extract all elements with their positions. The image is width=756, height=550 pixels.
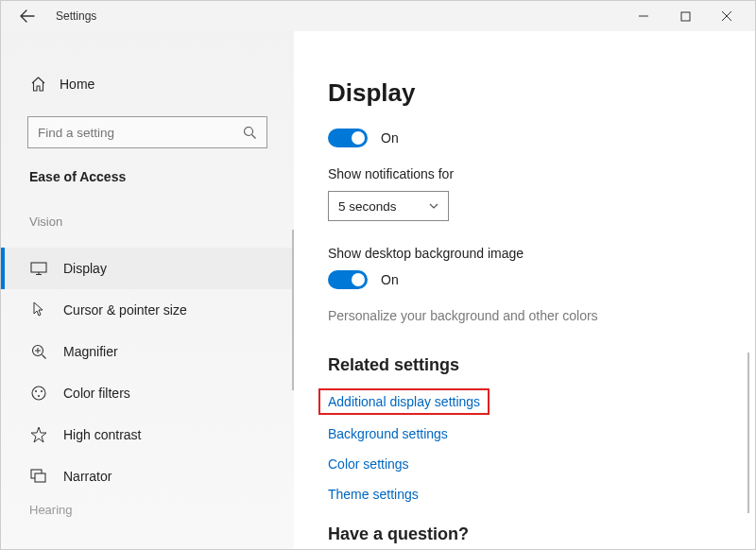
svg-point-11: [32, 387, 45, 400]
color-filters-icon: [29, 385, 48, 402]
sidebar-item-high-contrast[interactable]: High contrast: [1, 414, 294, 455]
notifications-dropdown[interactable]: 5 seconds: [328, 191, 449, 221]
sidebar-item-cursor[interactable]: Cursor & pointer size: [1, 289, 294, 331]
search-field[interactable]: [38, 126, 227, 140]
svg-point-2: [245, 127, 253, 135]
desktop-bg-toggle[interactable]: [328, 270, 368, 289]
sidebar-item-narrator[interactable]: Narrator: [1, 455, 294, 497]
cursor-icon: [29, 301, 48, 318]
svg-rect-1: [681, 12, 690, 21]
content: Display On Show notifications for 5 seco…: [294, 31, 755, 549]
sidebar-item-display[interactable]: Display: [1, 248, 294, 289]
sidebar-item-label: Magnifier: [63, 344, 118, 359]
have-question: Have a question?: [328, 524, 717, 544]
home-label: Home: [60, 77, 94, 92]
link-background[interactable]: Background settings: [328, 426, 448, 441]
highlight-box: Additional display settings: [318, 388, 490, 415]
desktop-bg-toggle-label: On: [381, 272, 399, 287]
display-toggle[interactable]: [328, 129, 368, 147]
group-hearing: Hearing: [1, 503, 294, 517]
sidebar-item-label: Display: [63, 261, 107, 276]
display-toggle-label: On: [381, 130, 399, 146]
search-input[interactable]: [27, 116, 267, 148]
category-title: Ease of Access: [1, 169, 294, 184]
titlebar: Settings: [1, 1, 755, 31]
svg-point-12: [35, 390, 37, 392]
home-icon: [29, 77, 46, 92]
maximize-button[interactable]: [664, 2, 706, 30]
notifications-label: Show notifications for: [328, 166, 717, 181]
search-icon: [243, 126, 257, 140]
link-theme[interactable]: Theme settings: [328, 487, 419, 502]
sidebar: Home Ease of Access Vision Display Curso…: [1, 31, 294, 549]
home-link[interactable]: Home: [1, 73, 294, 95]
related-title: Related settings: [328, 355, 717, 375]
window-title: Settings: [56, 9, 96, 23]
chevron-down-icon: [429, 203, 438, 209]
close-button[interactable]: [706, 2, 747, 30]
sidebar-item-label: Narrator: [63, 469, 112, 484]
svg-rect-4: [31, 263, 46, 272]
content-scrollbar[interactable]: [747, 352, 749, 513]
sidebar-item-label: Color filters: [63, 386, 130, 401]
page-title: Display: [328, 78, 717, 108]
narrator-icon: [29, 469, 48, 484]
high-contrast-icon: [29, 426, 48, 443]
svg-line-10: [42, 354, 45, 358]
sidebar-item-magnifier[interactable]: Magnifier: [1, 331, 294, 372]
display-icon: [29, 262, 48, 275]
svg-rect-16: [35, 473, 45, 482]
svg-line-3: [252, 134, 256, 138]
desktop-bg-label: Show desktop background image: [328, 246, 717, 261]
minimize-button[interactable]: [623, 2, 664, 30]
svg-point-13: [41, 390, 43, 392]
sidebar-item-color-filters[interactable]: Color filters: [1, 372, 294, 414]
sidebar-item-label: Cursor & pointer size: [63, 302, 187, 318]
sidebar-item-label: High contrast: [63, 427, 141, 442]
personalize-hint: Personalize your background and other co…: [328, 308, 717, 323]
magnifier-icon: [29, 344, 48, 360]
link-color[interactable]: Color settings: [328, 456, 409, 472]
svg-point-14: [38, 395, 40, 397]
dropdown-value: 5 seconds: [338, 199, 397, 214]
group-vision: Vision: [1, 215, 294, 229]
back-button[interactable]: [20, 9, 35, 23]
link-additional-display[interactable]: Additional display settings: [328, 394, 480, 409]
